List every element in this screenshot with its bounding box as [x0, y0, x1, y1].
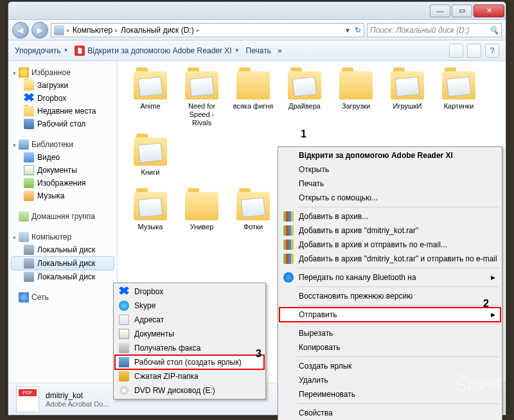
folder-item[interactable]: Книги [125, 135, 175, 179]
sidebar-item-disk-c[interactable]: Локальный диск [11, 243, 114, 256]
ctx-archive[interactable]: Добавить в архив... [279, 209, 501, 223]
back-button[interactable]: ◄ [12, 22, 29, 39]
folder-item[interactable]: всяка фигня [228, 69, 278, 130]
ctx-restore[interactable]: Восстановить прежнюю версию [279, 289, 501, 303]
folder-icon [185, 192, 218, 220]
status-filetype: Adobe Acrobat Do... [46, 400, 109, 408]
folder-item[interactable]: Драйвера [279, 69, 330, 130]
mail-icon [119, 315, 129, 325]
ctx-archive-named[interactable]: Добавить в архив "dmitriy_kot.rar" [279, 223, 501, 238]
forward-button[interactable]: ► [31, 22, 48, 39]
ctx-bluetooth[interactable]: Передать по каналу Bluetooth на▶ [279, 270, 501, 284]
dvd-icon [119, 385, 129, 396]
sidebar-libraries[interactable]: ▸Библиотеки [11, 138, 114, 151]
sidebar-item-downloads[interactable]: Загрузки [11, 79, 114, 92]
sendto-dvd[interactable]: DVD RW дисковод (E:) [115, 383, 264, 398]
folder-icon [185, 71, 218, 100]
folder-icon [24, 80, 34, 91]
rar-icon [283, 254, 294, 264]
ctx-openwith[interactable]: Открыть с помощью... [279, 191, 501, 205]
annotation-3: 3 [256, 348, 261, 360]
dropdown-icon[interactable]: ▾ [346, 26, 350, 35]
sidebar-homegroup[interactable]: ▸Домашняя группа [11, 210, 114, 223]
folder-item[interactable]: Универ [177, 189, 227, 234]
folder-item[interactable]: Картинки [434, 69, 484, 130]
ctx-properties[interactable]: Свойства [279, 406, 501, 420]
sendto-dropbox[interactable]: Dropbox [115, 284, 264, 299]
ctx-archive-named-email[interactable]: Добавить в архив "dmitriy_kot.rar" и отп… [279, 252, 501, 266]
ctx-print[interactable]: Печать [279, 177, 501, 191]
sendto-zip[interactable]: Сжатая ZIP-папка [115, 369, 264, 383]
computer-icon [19, 232, 29, 242]
ctx-rename[interactable]: Переименовать [279, 387, 501, 401]
toolbar: Упорядочить▼ Відкрити за допомогою Adobe… [8, 40, 506, 61]
sidebar-item-desktop[interactable]: Рабочий стол [11, 118, 114, 130]
collapse-icon: ▸ [13, 142, 16, 148]
folder-item[interactable]: Загрузки [331, 69, 381, 130]
sidebar-computer[interactable]: ▸Компьютер [11, 231, 114, 243]
folder-item[interactable]: ИгрушкИ [382, 69, 432, 130]
sendto-mail[interactable]: Адресат [115, 313, 264, 327]
sidebar-item-disk-d[interactable]: Локальный диск [11, 256, 114, 270]
more-button[interactable]: » [278, 46, 282, 55]
ctx-cut[interactable]: Вырезать [279, 326, 501, 340]
sendto-fax[interactable]: Получатель факса [115, 341, 264, 355]
separator [297, 356, 499, 357]
sidebar-favorites[interactable]: ▸Избранное [11, 66, 114, 79]
minimize-button[interactable]: — [430, 4, 450, 17]
open-with-button[interactable]: Відкрити за допомогою Adobe Reader XI▼ [75, 46, 239, 56]
annotation-1: 1 [301, 128, 306, 140]
chevron-down-icon: ▼ [235, 48, 240, 53]
folder-icon [236, 192, 270, 220]
pdf-icon [75, 46, 85, 56]
breadcrumb-computer[interactable]: Компьютер [73, 26, 112, 35]
maximize-button[interactable]: ▭ [452, 4, 472, 17]
folder-icon [134, 137, 167, 166]
rar-icon [283, 211, 294, 222]
skype-icon [119, 301, 129, 311]
music-icon [24, 191, 34, 201]
ctx-delete[interactable]: Удалить [279, 373, 501, 387]
sidebar-item-recent[interactable]: Недавние места [11, 105, 114, 118]
address-bar[interactable]: ▸ Компьютер ▸ Локальный диск (D:) ▸ ▾ ↻ [51, 23, 364, 37]
organize-button[interactable]: Упорядочить▼ [15, 46, 68, 55]
ctx-send-to[interactable]: Отправить▶ [279, 308, 501, 322]
library-icon [19, 139, 29, 150]
chevron-right-icon: ▸ [197, 27, 200, 33]
sidebar-item-music[interactable]: Музыка [11, 189, 114, 202]
dropbox-icon [24, 93, 34, 103]
dropbox-icon [119, 286, 129, 297]
ctx-open-adobe[interactable]: Відкрити за допомогою Adobe Reader XI [279, 148, 501, 162]
ctx-open[interactable]: Открыть [279, 162, 501, 177]
separator [297, 286, 499, 287]
chevron-right-icon: ▸ [115, 27, 118, 33]
refresh-icon[interactable]: ↻ [355, 26, 361, 35]
view-options-button[interactable] [449, 44, 463, 58]
sidebar-item-pictures[interactable]: Изображения [11, 177, 114, 189]
sidebar-item-dropbox[interactable]: Dropbox [11, 92, 114, 105]
sidebar-network[interactable]: ▸Сеть [11, 291, 114, 304]
print-button[interactable]: Печать [246, 46, 271, 55]
breadcrumb-disk[interactable]: Локальный диск (D:) [121, 26, 194, 35]
sidebar-item-disk-e[interactable]: Локальный диск [11, 270, 114, 283]
help-button[interactable]: ? [485, 44, 499, 58]
ctx-shortcut[interactable]: Создать ярлык [279, 359, 501, 373]
sidebar-item-video[interactable]: Видео [11, 151, 114, 164]
sidebar-item-documents[interactable]: Документы [11, 164, 114, 177]
folder-item[interactable]: Музыка [125, 189, 175, 234]
sendto-skype[interactable]: Skype [115, 299, 264, 313]
folder-item[interactable]: Anime [125, 69, 175, 130]
separator [297, 207, 499, 207]
document-icon [24, 165, 34, 175]
folder-item[interactable]: Need for Speed - Rivals [177, 69, 227, 130]
titlebar[interactable]: — ▭ ✕ [8, 2, 506, 20]
ctx-archive-email[interactable]: Добавить в архив и отправить по e-mail..… [279, 238, 501, 252]
close-button[interactable]: ✕ [474, 4, 504, 17]
preview-pane-button[interactable] [467, 44, 481, 58]
sendto-desktop-shortcut[interactable]: Рабочий стол (создать ярлык) [115, 355, 264, 369]
sendto-documents[interactable]: Документы [115, 327, 264, 341]
rar-icon [283, 225, 294, 236]
folder-item[interactable]: Фотки [228, 189, 278, 234]
search-input[interactable]: Поиск: Локальный диск (D:) 🔍 [367, 23, 502, 37]
ctx-copy[interactable]: Копировать [279, 340, 501, 354]
